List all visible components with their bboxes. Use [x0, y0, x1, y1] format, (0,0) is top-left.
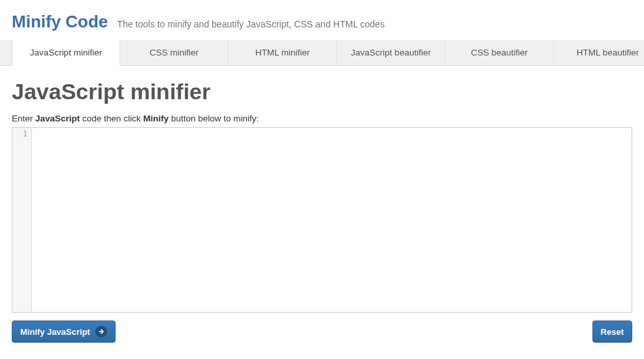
- header: Minify Code The tools to minify and beau…: [0, 0, 644, 40]
- line-gutter: 1: [12, 128, 32, 312]
- instruction-text: Enter JavaScript code then click Minify …: [12, 114, 632, 123]
- instruction-lang: JavaScript: [35, 114, 80, 123]
- tab-css-beautifier[interactable]: CSS beautifier: [445, 40, 554, 65]
- instruction-action: Minify: [143, 114, 169, 123]
- tab-html-beautifier[interactable]: HTML beautifier: [554, 40, 644, 65]
- logo-link[interactable]: Minify Code: [12, 12, 108, 32]
- code-input[interactable]: [32, 128, 632, 312]
- tab-html-minifier[interactable]: HTML minifier: [229, 40, 337, 65]
- tab-javascript-beautifier[interactable]: JavaScript beautifier: [337, 40, 445, 65]
- tagline: The tools to minify and beautify JavaScr…: [117, 19, 385, 29]
- main-content: JavaScript minifier Enter JavaScript cod…: [0, 66, 644, 343]
- button-row: Minify JavaScript Reset: [12, 320, 632, 343]
- minify-button[interactable]: Minify JavaScript: [12, 320, 116, 343]
- reset-button[interactable]: Reset: [592, 320, 632, 343]
- line-number: 1: [12, 129, 27, 138]
- instruction-mid: code then click: [80, 114, 143, 123]
- code-editor-container: 1: [12, 127, 632, 313]
- instruction-prefix: Enter: [12, 114, 35, 123]
- tab-css-minifier[interactable]: CSS minifier: [120, 40, 229, 65]
- tabs-nav: JavaScript minifier CSS minifier HTML mi…: [0, 40, 644, 66]
- page-title: JavaScript minifier: [12, 79, 632, 104]
- tab-javascript-minifier[interactable]: JavaScript minifier: [12, 40, 120, 66]
- reset-button-label: Reset: [601, 327, 624, 337]
- instruction-suffix: button below to minify:: [169, 114, 259, 123]
- arrow-right-icon: [95, 326, 107, 337]
- minify-button-label: Minify JavaScript: [20, 327, 90, 337]
